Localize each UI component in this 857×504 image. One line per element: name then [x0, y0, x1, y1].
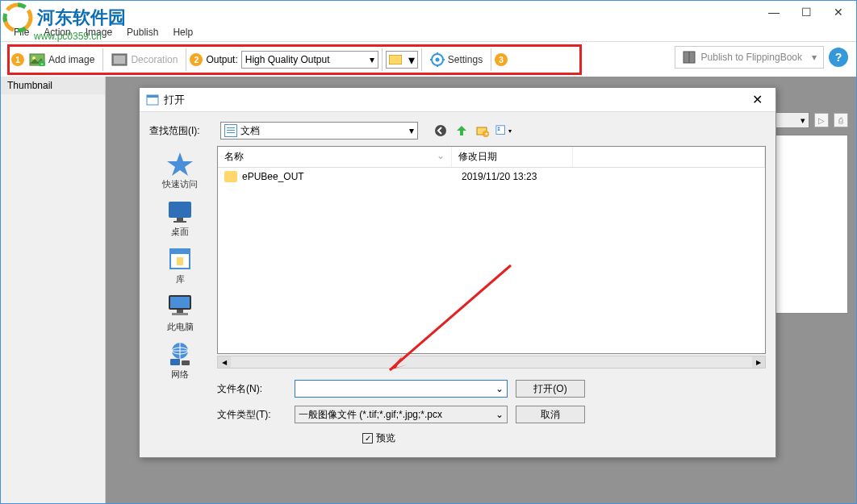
filetype-select[interactable]: 一般图像文件 (*.tif;*.gif;*.jpg;*.pcx ⌄ — [295, 406, 508, 423]
step-3-badge: 3 — [495, 53, 508, 66]
dialog-titlebar: 打开 ✕ — [140, 88, 775, 112]
titlebar: — ☐ ✕ — [1, 1, 856, 23]
add-image-icon: + — [29, 53, 45, 66]
places-bar: 快速访问 桌面 库 此电脑 网络 — [149, 146, 211, 445]
nav-back-button[interactable] — [433, 123, 449, 139]
place-network[interactable]: 网络 — [165, 341, 194, 381]
place-network-label: 网络 — [171, 369, 189, 381]
nav-up-button[interactable] — [454, 123, 470, 139]
column-type[interactable] — [573, 147, 765, 167]
menu-action[interactable]: Action — [37, 25, 77, 40]
file-area: 名称 ⌄ 修改日期 ePUBee_OUT 2019/11/20 13:23 ◀ … — [217, 146, 766, 445]
place-library[interactable]: 库 — [165, 246, 194, 285]
preview-icon-2[interactable]: ⎙ — [834, 113, 848, 127]
decoration-button[interactable]: Decoration — [107, 52, 182, 68]
scroll-right-icon[interactable]: ▶ — [752, 356, 765, 368]
menubar: File Action Image Publish Help — [1, 23, 856, 41]
open-button[interactable]: 打开(O) — [516, 380, 585, 398]
svg-point-10 — [435, 58, 439, 62]
file-list-header: 名称 ⌄ 修改日期 — [218, 147, 765, 168]
svg-rect-26 — [169, 202, 191, 218]
maximize-button[interactable]: ☐ — [790, 2, 822, 23]
output-value: High Quality Output — [245, 54, 330, 65]
chevron-down-icon: ▾ — [370, 54, 374, 65]
place-library-label: 库 — [176, 273, 185, 285]
settings-label: Settings — [448, 54, 483, 65]
output-label: Output: — [206, 54, 237, 65]
filetype-label: 文件类型(T): — [217, 408, 286, 422]
place-desktop-label: 桌面 — [171, 226, 189, 238]
svg-rect-28 — [173, 221, 186, 223]
output-combo[interactable]: High Quality Output ▾ — [241, 51, 378, 69]
menu-help[interactable]: Help — [166, 25, 199, 40]
filename-input[interactable]: ⌄ — [295, 380, 508, 398]
lookin-combo[interactable]: 文档 ▾ — [220, 122, 418, 140]
dialog-icon — [146, 94, 159, 106]
chevron-down-icon: ▾ — [812, 52, 817, 63]
file-list[interactable]: 名称 ⌄ 修改日期 ePUBee_OUT 2019/11/20 13:23 — [217, 146, 766, 354]
documents-icon — [224, 124, 237, 137]
gear-icon — [430, 52, 445, 67]
column-name[interactable]: 名称 ⌄ — [218, 147, 452, 167]
svg-rect-23 — [496, 126, 505, 135]
star-icon — [165, 151, 194, 177]
format-icon — [389, 55, 402, 65]
menu-image[interactable]: Image — [79, 25, 119, 40]
filename-label: 文件名(N): — [217, 382, 286, 396]
place-pc[interactable]: 此电脑 — [165, 294, 194, 333]
svg-rect-35 — [172, 313, 188, 315]
book-icon — [682, 50, 696, 65]
column-date[interactable]: 修改日期 — [452, 147, 573, 167]
scroll-left-icon[interactable]: ◀ — [218, 356, 231, 368]
chevron-down-icon: ▾ — [408, 52, 415, 68]
chevron-down-icon: ⌄ — [495, 383, 504, 394]
preview-checkbox-row[interactable]: ✓ 预览 — [362, 431, 766, 445]
add-image-label: Add image — [48, 54, 94, 65]
menu-publish[interactable]: Publish — [120, 25, 165, 40]
svg-rect-41 — [182, 360, 190, 365]
place-desktop[interactable]: 桌面 — [165, 198, 194, 238]
help-button[interactable]: ? — [829, 48, 848, 67]
svg-rect-18 — [147, 95, 158, 98]
svg-rect-40 — [170, 359, 180, 365]
horizontal-scrollbar[interactable]: ◀ ▶ — [217, 356, 766, 369]
svg-rect-7 — [114, 56, 125, 64]
add-image-button[interactable]: + Add image — [24, 52, 99, 68]
filetype-value: 一般图像文件 (*.tif;*.gif;*.jpg;*.pcx — [299, 408, 442, 422]
nav-views-button[interactable]: ▾ — [495, 123, 512, 139]
minimize-button[interactable]: — — [758, 2, 790, 23]
cancel-button[interactable]: 取消 — [516, 406, 585, 423]
network-icon — [165, 341, 194, 367]
lookin-value: 文档 — [240, 124, 260, 138]
menu-file[interactable]: File — [7, 25, 36, 40]
svg-rect-33 — [170, 297, 190, 308]
format-combo[interactable]: ▾ — [386, 51, 418, 69]
lookin-label: 查找范围(I): — [149, 124, 214, 138]
chevron-down-icon: ▾ — [801, 115, 805, 126]
file-date: 2019/11/20 13:23 — [462, 171, 537, 182]
close-button[interactable]: ✕ — [822, 2, 855, 23]
settings-button[interactable]: Settings — [425, 51, 487, 69]
dialog-close-button[interactable]: ✕ — [745, 90, 769, 110]
svg-rect-30 — [170, 249, 190, 254]
folder-icon — [224, 171, 237, 182]
preview-icon-1[interactable]: ▷ — [814, 113, 829, 127]
publish-button[interactable]: Publish to FlippingBook ▾ — [675, 46, 824, 69]
checkbox-icon: ✓ — [362, 433, 373, 444]
file-row[interactable]: ePUBee_OUT 2019/11/20 13:23 — [218, 168, 765, 185]
preview-check-label: 预览 — [376, 431, 395, 445]
svg-rect-27 — [177, 218, 183, 221]
step-1-badge: 1 — [11, 53, 24, 66]
toolbar-highlighted: 1 + Add image Decoration 2 Output: High … — [7, 44, 582, 75]
thumbnail-header: Thumbnail — [1, 77, 105, 94]
open-dialog: 打开 ✕ 查找范围(I): 文档 ▾ ★ ▾ 快速访问 — [139, 87, 776, 458]
place-quick[interactable]: 快速访问 — [162, 151, 198, 190]
svg-rect-24 — [498, 127, 500, 129]
decoration-label: Decoration — [131, 54, 178, 65]
thumbnail-pane: Thumbnail — [1, 77, 106, 503]
place-pc-label: 此电脑 — [167, 321, 194, 333]
chevron-down-icon: ⌄ — [495, 409, 504, 420]
chevron-down-icon: ▾ — [409, 125, 414, 136]
svg-rect-31 — [177, 257, 183, 265]
nav-newfolder-button[interactable]: ★ — [474, 123, 491, 139]
